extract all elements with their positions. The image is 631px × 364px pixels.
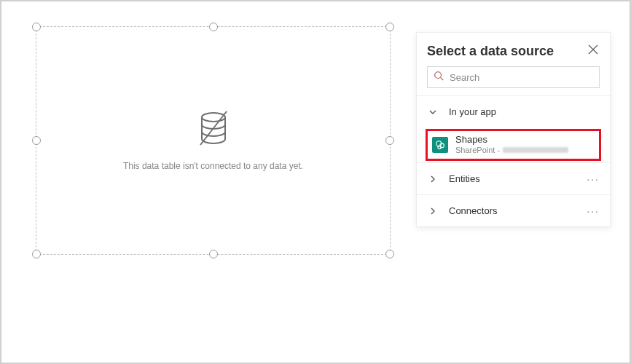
chevron-right-icon xyxy=(428,175,442,183)
more-icon[interactable]: ··· xyxy=(587,173,600,185)
data-table-placeholder-text: This data table isn't connected to any d… xyxy=(123,161,303,171)
resize-handle-mr[interactable] xyxy=(385,136,394,145)
search-box[interactable] xyxy=(427,66,600,88)
more-icon[interactable]: ··· xyxy=(587,205,600,217)
svg-line-5 xyxy=(441,78,444,81)
resize-handle-tr[interactable] xyxy=(385,23,394,31)
data-source-item-text: Shapes SharePoint - xyxy=(455,135,568,155)
chevron-down-icon xyxy=(428,108,442,116)
svg-line-1 xyxy=(200,111,227,145)
data-source-panel: Select a data source xyxy=(416,32,611,227)
canvas-area: This data table isn't connected to any d… xyxy=(9,9,622,355)
section-label-entities: Entities xyxy=(449,173,480,184)
chevron-right-icon xyxy=(428,207,442,215)
resize-handle-bl[interactable] xyxy=(32,250,41,258)
data-source-item-source: SharePoint - xyxy=(455,146,500,155)
panel-title: Select a data source xyxy=(427,44,554,59)
section-label-connectors: Connectors xyxy=(449,205,497,216)
search-container xyxy=(417,66,610,95)
data-table-control[interactable]: This data table isn't connected to any d… xyxy=(36,26,391,255)
section-entities[interactable]: Entities ··· xyxy=(417,162,610,194)
section-connectors[interactable]: Connectors ··· xyxy=(417,194,610,226)
data-source-item-shapes[interactable]: Shapes SharePoint - xyxy=(426,129,601,161)
resize-handle-ml[interactable] xyxy=(32,136,41,145)
svg-point-4 xyxy=(435,72,442,79)
close-icon[interactable] xyxy=(587,43,600,59)
redacted-account xyxy=(503,147,568,153)
database-disconnected-icon xyxy=(196,110,231,151)
data-source-item-subtitle: SharePoint - xyxy=(455,146,568,155)
resize-handle-bm[interactable] xyxy=(209,250,218,258)
resize-handle-br[interactable] xyxy=(385,250,394,258)
resize-handle-tm[interactable] xyxy=(209,23,218,31)
resize-handle-tl[interactable] xyxy=(32,23,41,31)
search-input[interactable] xyxy=(448,71,593,84)
data-source-item-name: Shapes xyxy=(455,135,568,146)
search-icon xyxy=(434,71,444,84)
app-outer-frame: This data table isn't connected to any d… xyxy=(0,0,631,364)
sharepoint-icon xyxy=(432,137,448,153)
section-in-your-app[interactable]: In your app xyxy=(417,95,610,127)
section-label-in-app: In your app xyxy=(449,106,496,117)
panel-header: Select a data source xyxy=(417,33,610,66)
